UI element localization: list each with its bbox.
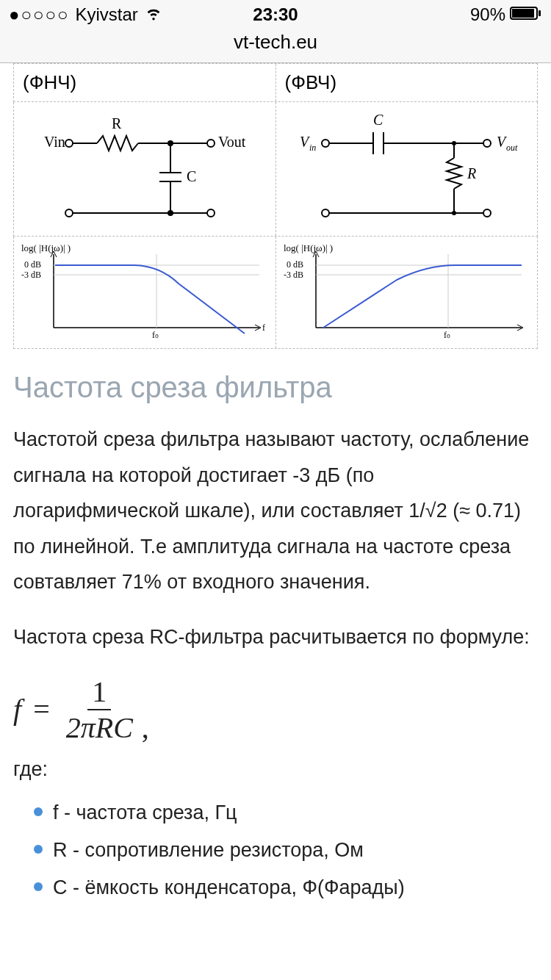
paragraph-2: Частота среза RC-фильтра расчитывается п… xyxy=(13,619,538,655)
svg-text:-3 dB: -3 dB xyxy=(21,270,41,280)
lpf-circuit: Vin R Vout C xyxy=(14,102,276,236)
svg-point-17 xyxy=(322,140,329,147)
r-label: R xyxy=(467,165,476,181)
svg-text:0 dB: 0 dB xyxy=(24,259,41,270)
battery-percent: 90% xyxy=(470,4,505,25)
c-label: C xyxy=(187,168,196,184)
list-item: f - частота среза, Гц xyxy=(34,794,538,832)
status-right: 90% xyxy=(364,4,542,25)
status-bar: ●○○○○ Kyivstar 23:30 90% xyxy=(0,0,551,29)
svg-rect-2 xyxy=(539,10,541,16)
c-label: C xyxy=(373,112,383,128)
svg-text:f: f xyxy=(262,323,265,333)
signal-dots-icon: ●○○○○ xyxy=(9,4,69,25)
carrier-label: Kyivstar xyxy=(75,4,137,25)
status-left: ●○○○○ Kyivstar xyxy=(9,3,187,26)
svg-point-23 xyxy=(483,140,491,147)
page-content[interactable]: (ФНЧ) (ФВЧ) Vin R Vout C xyxy=(0,63,551,907)
plot-row: log( |H(jω)| ) 0 dB -3 dB f f₀ log( |H(j… xyxy=(13,237,538,349)
svg-text:0 dB: 0 dB xyxy=(287,259,303,270)
svg-point-28 xyxy=(322,209,329,217)
svg-text:in: in xyxy=(309,143,316,153)
lpf-plot: log( |H(jω)| ) 0 dB -3 dB f f₀ xyxy=(14,237,276,348)
svg-text:f₀: f₀ xyxy=(152,330,159,340)
formula-fraction: 1 2πRC xyxy=(62,674,137,745)
svg-point-29 xyxy=(483,209,491,217)
url-bar[interactable]: vt-tech.eu xyxy=(0,29,551,63)
vout-label: Vout xyxy=(218,134,246,150)
hpf-plot: log( |H(jω)| ) 0 dB -3 dB f₀ xyxy=(276,237,538,348)
battery-icon xyxy=(510,4,542,25)
svg-rect-1 xyxy=(512,9,534,18)
svg-point-7 xyxy=(207,140,215,147)
svg-text:log( |H(jω)| ): log( |H(jω)| ) xyxy=(21,242,71,253)
list-item: R - сопротивление резистора, Ом xyxy=(34,832,538,869)
r-label: R xyxy=(112,115,122,131)
formula-den: 2πRC xyxy=(62,710,137,745)
paragraph-1: Частотой среза фильтра называют частоту,… xyxy=(13,422,538,600)
formula-eq: = xyxy=(33,692,50,727)
where-label: где: xyxy=(13,758,538,781)
svg-point-31 xyxy=(452,211,456,215)
wifi-icon xyxy=(144,3,163,26)
svg-point-13 xyxy=(65,209,73,217)
formula-num: 1 xyxy=(87,674,111,710)
svg-point-14 xyxy=(207,209,215,217)
list-item: C - ёмкость конденсатора, Ф(Фарады) xyxy=(34,869,538,907)
definitions-list: f - частота среза, Гц R - сопротивление … xyxy=(13,794,538,907)
section-heading: Частота среза фильтра xyxy=(13,371,538,404)
lpf-label: (ФНЧ) xyxy=(14,64,276,101)
filter-label-row: (ФНЧ) (ФВЧ) xyxy=(13,63,538,102)
formula: f = 1 2πRC , xyxy=(13,674,538,745)
svg-text:out: out xyxy=(506,143,518,153)
status-time: 23:30 xyxy=(187,4,364,25)
formula-lhs: f xyxy=(13,692,21,727)
circuit-row: Vin R Vout C xyxy=(13,102,538,237)
hpf-circuit: V in C V out R xyxy=(276,102,538,236)
svg-text:-3 dB: -3 dB xyxy=(284,270,303,280)
svg-text:log( |H(jω)| ): log( |H(jω)| ) xyxy=(284,242,333,253)
formula-comma: , xyxy=(142,710,149,745)
svg-point-3 xyxy=(65,140,73,147)
hpf-label: (ФВЧ) xyxy=(276,64,538,101)
svg-text:f₀: f₀ xyxy=(444,330,450,340)
vin-label: Vin xyxy=(44,134,65,150)
